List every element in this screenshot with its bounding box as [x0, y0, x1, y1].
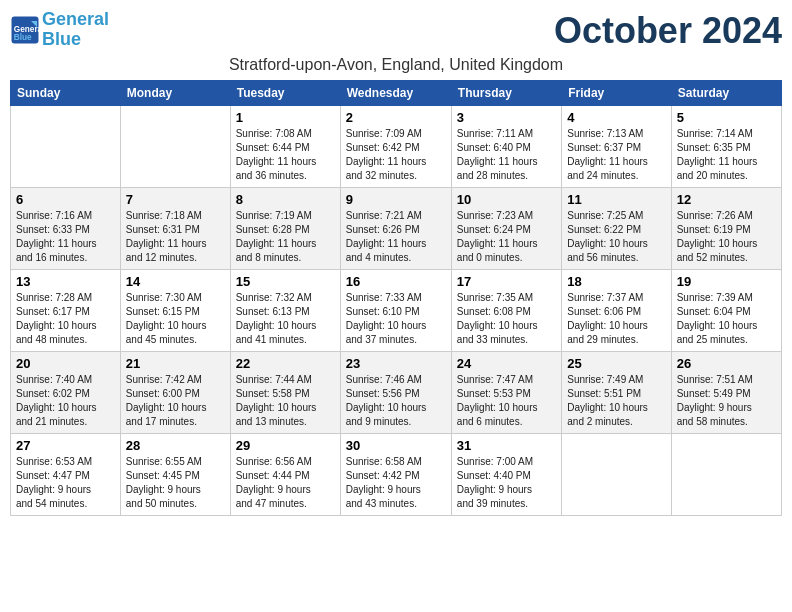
day-number: 10 — [457, 192, 556, 207]
day-of-week-header: Thursday — [451, 81, 561, 106]
day-number: 16 — [346, 274, 446, 289]
day-number: 19 — [677, 274, 776, 289]
day-number: 8 — [236, 192, 335, 207]
cell-daylight-info: Sunrise: 7:26 AM Sunset: 6:19 PM Dayligh… — [677, 209, 776, 265]
calendar-cell: 10Sunrise: 7:23 AM Sunset: 6:24 PM Dayli… — [451, 188, 561, 270]
calendar-table: SundayMondayTuesdayWednesdayThursdayFrid… — [10, 80, 782, 516]
calendar-cell: 18Sunrise: 7:37 AM Sunset: 6:06 PM Dayli… — [562, 270, 671, 352]
day-number: 11 — [567, 192, 665, 207]
calendar-cell: 19Sunrise: 7:39 AM Sunset: 6:04 PM Dayli… — [671, 270, 781, 352]
cell-daylight-info: Sunrise: 7:30 AM Sunset: 6:15 PM Dayligh… — [126, 291, 225, 347]
cell-daylight-info: Sunrise: 7:14 AM Sunset: 6:35 PM Dayligh… — [677, 127, 776, 183]
cell-daylight-info: Sunrise: 6:55 AM Sunset: 4:45 PM Dayligh… — [126, 455, 225, 511]
logo-general: General — [42, 9, 109, 29]
day-number: 4 — [567, 110, 665, 125]
calendar-subtitle: Stratford-upon-Avon, England, United Kin… — [10, 56, 782, 74]
month-title: October 2024 — [554, 10, 782, 52]
day-of-week-header: Sunday — [11, 81, 121, 106]
calendar-cell: 27Sunrise: 6:53 AM Sunset: 4:47 PM Dayli… — [11, 434, 121, 516]
calendar-cell: 25Sunrise: 7:49 AM Sunset: 5:51 PM Dayli… — [562, 352, 671, 434]
calendar-cell: 20Sunrise: 7:40 AM Sunset: 6:02 PM Dayli… — [11, 352, 121, 434]
day-number: 6 — [16, 192, 115, 207]
cell-daylight-info: Sunrise: 7:46 AM Sunset: 5:56 PM Dayligh… — [346, 373, 446, 429]
svg-text:Blue: Blue — [14, 33, 32, 42]
day-number: 2 — [346, 110, 446, 125]
day-number: 26 — [677, 356, 776, 371]
logo-text: General Blue — [42, 10, 109, 50]
logo-blue: Blue — [42, 29, 81, 49]
calendar-cell: 3Sunrise: 7:11 AM Sunset: 6:40 PM Daylig… — [451, 106, 561, 188]
day-number: 31 — [457, 438, 556, 453]
calendar-cell: 14Sunrise: 7:30 AM Sunset: 6:15 PM Dayli… — [120, 270, 230, 352]
day-number: 23 — [346, 356, 446, 371]
day-number: 7 — [126, 192, 225, 207]
calendar-week-row: 20Sunrise: 7:40 AM Sunset: 6:02 PM Dayli… — [11, 352, 782, 434]
calendar-header-row: SundayMondayTuesdayWednesdayThursdayFrid… — [11, 81, 782, 106]
cell-daylight-info: Sunrise: 7:28 AM Sunset: 6:17 PM Dayligh… — [16, 291, 115, 347]
calendar-cell: 4Sunrise: 7:13 AM Sunset: 6:37 PM Daylig… — [562, 106, 671, 188]
calendar-cell: 6Sunrise: 7:16 AM Sunset: 6:33 PM Daylig… — [11, 188, 121, 270]
calendar-cell: 31Sunrise: 7:00 AM Sunset: 4:40 PM Dayli… — [451, 434, 561, 516]
cell-daylight-info: Sunrise: 7:19 AM Sunset: 6:28 PM Dayligh… — [236, 209, 335, 265]
cell-daylight-info: Sunrise: 7:39 AM Sunset: 6:04 PM Dayligh… — [677, 291, 776, 347]
cell-daylight-info: Sunrise: 7:37 AM Sunset: 6:06 PM Dayligh… — [567, 291, 665, 347]
calendar-cell: 9Sunrise: 7:21 AM Sunset: 6:26 PM Daylig… — [340, 188, 451, 270]
calendar-cell: 22Sunrise: 7:44 AM Sunset: 5:58 PM Dayli… — [230, 352, 340, 434]
calendar-cell — [120, 106, 230, 188]
day-of-week-header: Friday — [562, 81, 671, 106]
cell-daylight-info: Sunrise: 6:58 AM Sunset: 4:42 PM Dayligh… — [346, 455, 446, 511]
logo-icon: General Blue — [10, 15, 40, 45]
day-number: 14 — [126, 274, 225, 289]
calendar-week-row: 1Sunrise: 7:08 AM Sunset: 6:44 PM Daylig… — [11, 106, 782, 188]
cell-daylight-info: Sunrise: 7:40 AM Sunset: 6:02 PM Dayligh… — [16, 373, 115, 429]
calendar-cell: 12Sunrise: 7:26 AM Sunset: 6:19 PM Dayli… — [671, 188, 781, 270]
cell-daylight-info: Sunrise: 7:51 AM Sunset: 5:49 PM Dayligh… — [677, 373, 776, 429]
day-number: 25 — [567, 356, 665, 371]
calendar-cell: 16Sunrise: 7:33 AM Sunset: 6:10 PM Dayli… — [340, 270, 451, 352]
day-number: 18 — [567, 274, 665, 289]
cell-daylight-info: Sunrise: 7:25 AM Sunset: 6:22 PM Dayligh… — [567, 209, 665, 265]
cell-daylight-info: Sunrise: 7:13 AM Sunset: 6:37 PM Dayligh… — [567, 127, 665, 183]
calendar-week-row: 27Sunrise: 6:53 AM Sunset: 4:47 PM Dayli… — [11, 434, 782, 516]
cell-daylight-info: Sunrise: 7:44 AM Sunset: 5:58 PM Dayligh… — [236, 373, 335, 429]
calendar-cell: 15Sunrise: 7:32 AM Sunset: 6:13 PM Dayli… — [230, 270, 340, 352]
day-number: 3 — [457, 110, 556, 125]
cell-daylight-info: Sunrise: 7:08 AM Sunset: 6:44 PM Dayligh… — [236, 127, 335, 183]
day-number: 17 — [457, 274, 556, 289]
calendar-cell — [11, 106, 121, 188]
cell-daylight-info: Sunrise: 7:33 AM Sunset: 6:10 PM Dayligh… — [346, 291, 446, 347]
day-of-week-header: Saturday — [671, 81, 781, 106]
cell-daylight-info: Sunrise: 7:00 AM Sunset: 4:40 PM Dayligh… — [457, 455, 556, 511]
logo: General Blue General Blue — [10, 10, 109, 50]
calendar-week-row: 13Sunrise: 7:28 AM Sunset: 6:17 PM Dayli… — [11, 270, 782, 352]
cell-daylight-info: Sunrise: 7:11 AM Sunset: 6:40 PM Dayligh… — [457, 127, 556, 183]
calendar-cell: 23Sunrise: 7:46 AM Sunset: 5:56 PM Dayli… — [340, 352, 451, 434]
calendar-cell: 2Sunrise: 7:09 AM Sunset: 6:42 PM Daylig… — [340, 106, 451, 188]
cell-daylight-info: Sunrise: 6:53 AM Sunset: 4:47 PM Dayligh… — [16, 455, 115, 511]
calendar-cell — [671, 434, 781, 516]
day-number: 30 — [346, 438, 446, 453]
cell-daylight-info: Sunrise: 7:35 AM Sunset: 6:08 PM Dayligh… — [457, 291, 556, 347]
day-number: 22 — [236, 356, 335, 371]
calendar-cell: 5Sunrise: 7:14 AM Sunset: 6:35 PM Daylig… — [671, 106, 781, 188]
calendar-cell: 21Sunrise: 7:42 AM Sunset: 6:00 PM Dayli… — [120, 352, 230, 434]
calendar-cell: 24Sunrise: 7:47 AM Sunset: 5:53 PM Dayli… — [451, 352, 561, 434]
calendar-cell: 28Sunrise: 6:55 AM Sunset: 4:45 PM Dayli… — [120, 434, 230, 516]
day-number: 24 — [457, 356, 556, 371]
cell-daylight-info: Sunrise: 7:49 AM Sunset: 5:51 PM Dayligh… — [567, 373, 665, 429]
calendar-cell: 7Sunrise: 7:18 AM Sunset: 6:31 PM Daylig… — [120, 188, 230, 270]
calendar-cell: 13Sunrise: 7:28 AM Sunset: 6:17 PM Dayli… — [11, 270, 121, 352]
day-number: 21 — [126, 356, 225, 371]
day-number: 28 — [126, 438, 225, 453]
calendar-cell: 11Sunrise: 7:25 AM Sunset: 6:22 PM Dayli… — [562, 188, 671, 270]
day-number: 29 — [236, 438, 335, 453]
calendar-cell: 8Sunrise: 7:19 AM Sunset: 6:28 PM Daylig… — [230, 188, 340, 270]
calendar-week-row: 6Sunrise: 7:16 AM Sunset: 6:33 PM Daylig… — [11, 188, 782, 270]
calendar-cell: 30Sunrise: 6:58 AM Sunset: 4:42 PM Dayli… — [340, 434, 451, 516]
day-of-week-header: Tuesday — [230, 81, 340, 106]
day-of-week-header: Wednesday — [340, 81, 451, 106]
day-number: 5 — [677, 110, 776, 125]
cell-daylight-info: Sunrise: 7:16 AM Sunset: 6:33 PM Dayligh… — [16, 209, 115, 265]
calendar-cell: 1Sunrise: 7:08 AM Sunset: 6:44 PM Daylig… — [230, 106, 340, 188]
cell-daylight-info: Sunrise: 7:47 AM Sunset: 5:53 PM Dayligh… — [457, 373, 556, 429]
